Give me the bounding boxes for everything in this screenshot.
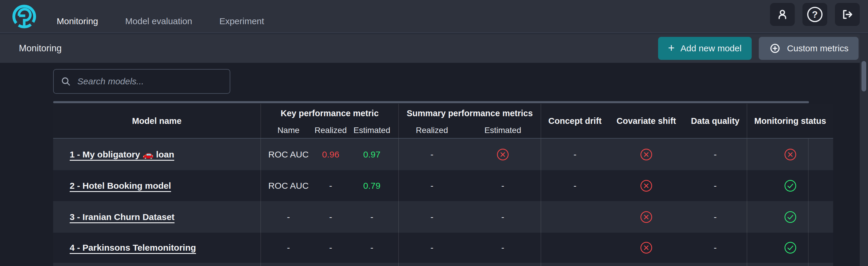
column-header-key-performance-metric[interactable]: Key performance metric: [261, 104, 399, 123]
empty-cell: [465, 263, 541, 266]
covariate-shift-cell: [609, 139, 684, 170]
cell-value: -: [714, 181, 717, 191]
cross-status-icon: [640, 241, 653, 254]
monitoring-status-cell: [747, 233, 833, 263]
kpm-name-cell: ROC AUC: [261, 170, 316, 201]
summary-estimated-cell: -: [465, 170, 541, 201]
summary-estimated-cell: -: [465, 233, 541, 263]
column-header-kpm-name[interactable]: Name: [261, 123, 316, 138]
table-header: Model name Key performance metric Name R…: [53, 104, 833, 139]
empty-cell: [399, 263, 465, 266]
column-header-data-quality[interactable]: Data quality: [684, 104, 747, 138]
cell-value: -: [329, 212, 332, 222]
column-header-kpm-realized[interactable]: Realized: [316, 123, 345, 138]
data-quality-cell: -: [684, 139, 747, 170]
search-input[interactable]: [77, 76, 223, 87]
covariate-shift-cell: [609, 233, 684, 263]
cell-value: -: [574, 149, 577, 160]
custom-metrics-button[interactable]: Custom metrics: [759, 37, 859, 60]
empty-cell: [53, 263, 261, 266]
column-header-summary-performance-metrics[interactable]: Summary performance metrics: [399, 104, 541, 123]
cell-value: -: [329, 181, 332, 191]
horizontal-scrollbar[interactable]: [53, 101, 809, 103]
concept-drift-cell: -: [541, 170, 609, 201]
model-link[interactable]: 2 - Hotel Booking model: [70, 181, 171, 191]
badge-plus-icon: [769, 42, 781, 55]
check-status-icon: [784, 210, 797, 224]
summary-realized-cell: -: [399, 233, 465, 263]
column-header-covariate-shift[interactable]: Covariate shift: [609, 104, 684, 138]
empty-cell: [316, 263, 345, 266]
column-header-monitoring-status[interactable]: Monitoring status: [747, 104, 833, 138]
monitoring-status-cell: [747, 170, 833, 201]
summary-realized-cell: -: [399, 201, 465, 233]
table-row: 3 - Iranian Churn Dataset------: [53, 201, 833, 233]
tab-experiment[interactable]: Experiment: [215, 8, 269, 34]
empty-cell: [609, 263, 684, 266]
model-name-cell: 3 - Iranian Churn Dataset: [53, 201, 261, 233]
empty-cell: [684, 263, 747, 266]
tab-label: Monitoring: [57, 16, 98, 26]
help-button[interactable]: ?: [802, 3, 827, 26]
kpm-realized-cell: -: [316, 201, 345, 233]
cell-value: -: [501, 181, 504, 191]
model-link[interactable]: 1 - My obligatory 🚗 loan: [70, 149, 174, 160]
vertical-scrollbar-thumb[interactable]: [862, 61, 866, 92]
cell-value: 0.79: [363, 181, 380, 191]
cell-value: -: [329, 243, 332, 253]
breadcrumb: Monitoring: [19, 43, 62, 54]
cell-value: ROC AUC: [268, 181, 309, 191]
column-header-summary-estimated[interactable]: Estimated: [465, 123, 541, 138]
table-row: 1 - My obligatory 🚗 loanROC AUC0.960.97-…: [53, 139, 833, 170]
cell-value: -: [714, 149, 717, 160]
data-quality-cell: -: [684, 170, 747, 201]
table-row-clipped: [53, 263, 833, 266]
summary-realized-cell: -: [399, 170, 465, 201]
summary-estimated-cell: [465, 139, 541, 170]
kpm-realized-cell: -: [316, 233, 345, 263]
toolbar-actions: + Add new model Custom metrics: [658, 37, 859, 60]
check-status-icon: [784, 179, 797, 192]
table-row: 4 - Parkinsons Telemonitoring------: [53, 233, 833, 263]
search-box: [53, 69, 230, 94]
cell-value: -: [371, 212, 373, 222]
cell-value: -: [430, 212, 433, 222]
tab-model-evaluation[interactable]: Model evaluation: [121, 8, 197, 34]
data-quality-cell: -: [684, 233, 747, 263]
model-link[interactable]: 3 - Iranian Churn Dataset: [70, 212, 175, 222]
add-new-model-button[interactable]: + Add new model: [658, 37, 752, 60]
page-toolbar: Monitoring + Add new model Custom metric…: [0, 34, 868, 63]
tab-label: Experiment: [219, 16, 264, 26]
summary-realized-cell: -: [399, 139, 465, 170]
monitoring-status-cell: [747, 139, 833, 170]
column-header-kpm-estimated[interactable]: Estimated: [345, 123, 399, 138]
empty-cell: [747, 263, 833, 266]
cell-value: -: [430, 181, 433, 191]
column-header-concept-drift[interactable]: Concept drift: [541, 104, 609, 138]
vertical-scrollbar[interactable]: [860, 34, 868, 266]
cross-status-icon: [640, 179, 653, 192]
column-header-model-name[interactable]: Model name: [53, 104, 261, 138]
concept-drift-cell: [541, 233, 609, 263]
search-icon: [60, 76, 71, 87]
user-icon: [776, 8, 789, 21]
kpm-realized-cell: 0.96: [316, 139, 345, 170]
logout-button[interactable]: [835, 3, 860, 26]
app-logo-icon[interactable]: [11, 4, 37, 30]
cell-value: -: [287, 243, 290, 253]
top-nav: Monitoring Model evaluation Experiment ?: [0, 0, 868, 33]
table-row: 2 - Hotel Booking modelROC AUC-0.79----: [53, 170, 833, 201]
tab-monitoring[interactable]: Monitoring: [52, 8, 102, 34]
check-status-icon: [784, 241, 797, 254]
cell-value: 0.96: [322, 149, 339, 160]
column-header-summary-realized[interactable]: Realized: [399, 123, 465, 138]
empty-cell: [541, 263, 609, 266]
concept-drift-cell: -: [541, 139, 609, 170]
model-link[interactable]: 4 - Parkinsons Telemonitoring: [70, 243, 196, 253]
tab-label: Model evaluation: [125, 16, 192, 26]
cell-value: -: [574, 181, 577, 191]
monitoring-status-cell: [747, 201, 833, 233]
cell-value: -: [287, 212, 290, 222]
summary-estimated-cell: -: [465, 201, 541, 233]
user-button[interactable]: [770, 3, 795, 26]
